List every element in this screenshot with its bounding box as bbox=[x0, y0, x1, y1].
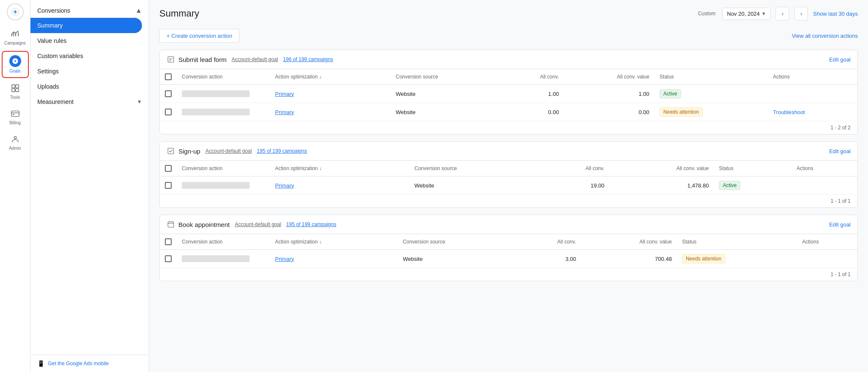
sidebar-item-billing[interactable]: Billing bbox=[2, 105, 29, 129]
sidebar-item-value-rules[interactable]: Value rules bbox=[31, 33, 142, 48]
conversion-source: Website bbox=[396, 109, 416, 115]
sidebar-header: Conversions ▲ bbox=[31, 0, 149, 18]
sidebar-measurement-label: Measurement bbox=[37, 98, 74, 105]
sidebar-item-campaigns[interactable]: Campaigns bbox=[2, 25, 29, 49]
conversion-source: Website bbox=[415, 182, 434, 189]
admin-label: Admin bbox=[9, 146, 21, 151]
sort-icon-1[interactable]: ↓ bbox=[319, 165, 322, 171]
col-conversion-action-0: Conversion action bbox=[177, 69, 270, 85]
view-all-link[interactable]: View all conversion actions bbox=[792, 33, 858, 39]
sidebar-custom-variables-label: Custom variables bbox=[37, 53, 83, 59]
card-title-area: Book appointment Account-default goal 19… bbox=[167, 220, 336, 229]
sort-icon-2[interactable]: ↓ bbox=[319, 239, 322, 245]
admin-icon bbox=[10, 134, 20, 144]
col-status-label-1: Status bbox=[719, 165, 733, 171]
table-submit-lead-form: Conversion action Action optimization ↓ … bbox=[160, 69, 857, 121]
col-all-conv-label-0: All conv. bbox=[540, 74, 559, 80]
card-goal-label[interactable]: Account-default goal bbox=[231, 56, 278, 62]
col-status-0: Status bbox=[654, 69, 768, 85]
edit-goal-link-0[interactable]: Edit goal bbox=[829, 56, 851, 63]
svg-rect-3 bbox=[11, 85, 14, 88]
next-date-button[interactable]: › bbox=[794, 7, 808, 20]
col-conv-source-label-0: Conversion source bbox=[396, 74, 438, 80]
date-picker[interactable]: Nov 20, 2024 ▼ bbox=[722, 8, 771, 20]
card-goal-label[interactable]: Account-default goal bbox=[235, 221, 281, 227]
edit-goal-link-2[interactable]: Edit goal bbox=[829, 221, 851, 228]
prev-date-button[interactable]: ‹ bbox=[776, 7, 789, 20]
show-last-link[interactable]: Show last 30 days bbox=[813, 11, 858, 17]
sign-up-icon bbox=[167, 147, 175, 155]
col-all-conv-label-1: All conv. bbox=[586, 165, 604, 171]
col-conversion-action-1: Conversion action bbox=[177, 161, 270, 176]
sidebar-item-admin[interactable]: Admin bbox=[2, 131, 29, 154]
submit-lead-form-icon bbox=[167, 55, 175, 64]
conversion-source: Website bbox=[396, 91, 416, 97]
select-all-checkbox-0[interactable] bbox=[165, 73, 172, 80]
sidebar-item-custom-variables[interactable]: Custom variables bbox=[31, 48, 142, 64]
card-book-appointment: Book appointment Account-default goal 19… bbox=[159, 215, 858, 281]
optimization-link[interactable]: Primary bbox=[275, 109, 294, 115]
row-checkbox[interactable] bbox=[165, 255, 172, 262]
svg-rect-6 bbox=[15, 89, 18, 92]
col-action-opt-label-1: Action optimization bbox=[275, 165, 318, 171]
date-range-label: Custom bbox=[698, 11, 715, 17]
sidebar-item-goals[interactable]: Goals bbox=[2, 51, 29, 78]
card-campaigns[interactable]: 195 of 199 campaigns bbox=[257, 148, 307, 154]
sidebar-item-uploads[interactable]: Uploads bbox=[31, 79, 142, 94]
all-conv-value-amount: 0.00 bbox=[639, 109, 649, 115]
card-footer-1: 1 - 1 of 1 bbox=[160, 194, 857, 207]
svg-point-10 bbox=[14, 137, 17, 139]
row-checkbox[interactable] bbox=[165, 182, 172, 189]
create-conversion-button[interactable]: + Create conversion action bbox=[159, 29, 239, 43]
sidebar-item-summary[interactable]: Summary bbox=[31, 18, 142, 33]
sidebar-mobile-link[interactable]: 📱 Get the Google Ads mobile bbox=[31, 355, 149, 372]
select-all-checkbox-2[interactable] bbox=[165, 238, 172, 245]
col-conv-source-label-1: Conversion source bbox=[415, 165, 457, 171]
col-action-opt-2: Action optimization ↓ bbox=[270, 234, 398, 250]
select-all-checkbox-1[interactable] bbox=[165, 165, 172, 172]
col-conv-action-label-2: Conversion action bbox=[182, 239, 223, 245]
main-content: Summary Custom Nov 20, 2024 ▼ ‹ › Show l… bbox=[149, 0, 868, 372]
col-all-conv-1: All conv. bbox=[538, 161, 609, 176]
col-actions-label-2: Actions bbox=[802, 239, 819, 245]
optimization-link[interactable]: Primary bbox=[275, 256, 294, 262]
card-submit-lead-form: Submit lead form Account-default goal 19… bbox=[159, 50, 858, 134]
troubleshoot-link[interactable]: Troubleshoot bbox=[773, 109, 805, 115]
sidebar-item-settings[interactable]: Settings bbox=[31, 64, 142, 79]
sidebar-settings-label: Settings bbox=[37, 68, 59, 75]
col-actions-label-1: Actions bbox=[797, 165, 813, 171]
all-conv-value: 1.00 bbox=[548, 91, 559, 97]
sidebar-chevron-icon[interactable]: ▲ bbox=[135, 7, 142, 14]
col-actions-2: Actions bbox=[797, 234, 857, 250]
sort-icon-0[interactable]: ↓ bbox=[319, 74, 322, 80]
row-checkbox[interactable] bbox=[165, 90, 172, 97]
card-campaigns[interactable]: 195 of 199 campaigns bbox=[286, 221, 336, 227]
sidebar-section-measurement[interactable]: Measurement ▼ bbox=[31, 94, 149, 109]
card-campaigns[interactable]: 196 of 199 campaigns bbox=[283, 56, 333, 62]
edit-goal-link-1[interactable]: Edit goal bbox=[829, 148, 851, 154]
optimization-link[interactable]: Primary bbox=[275, 91, 294, 97]
col-conv-action-label-0: Conversion action bbox=[182, 74, 223, 80]
svg-rect-9 bbox=[12, 114, 14, 115]
col-conv-source-1: Conversion source bbox=[409, 161, 538, 176]
sidebar-item-tools[interactable]: Tools bbox=[2, 80, 29, 103]
left-navigation: Campaigns Goals Tools Bill bbox=[0, 0, 31, 372]
card-goal-label[interactable]: Account-default goal bbox=[206, 148, 252, 154]
svg-rect-7 bbox=[11, 111, 19, 117]
optimization-link[interactable]: Primary bbox=[275, 182, 294, 189]
col-all-conv-value-label-1: All conv. value bbox=[676, 165, 709, 171]
col-conv-source-label-2: Conversion source bbox=[403, 239, 445, 245]
row-checkbox[interactable] bbox=[165, 109, 172, 115]
col-all-conv-value-label-0: All conv. value bbox=[617, 74, 649, 80]
create-button[interactable] bbox=[7, 3, 24, 20]
col-conv-source-2: Conversion source bbox=[398, 234, 516, 250]
col-status-label-0: Status bbox=[659, 74, 674, 80]
col-conv-action-label-1: Conversion action bbox=[182, 165, 223, 171]
mobile-label: Get the Google Ads mobile bbox=[48, 361, 108, 366]
card-footer-0: 1 - 2 of 2 bbox=[160, 121, 857, 134]
main-header: Summary Custom Nov 20, 2024 ▼ ‹ › Show l… bbox=[149, 0, 868, 25]
svg-rect-15 bbox=[168, 148, 174, 154]
goals-icon bbox=[9, 55, 21, 67]
card-title-area: Sign-up Account-default goal 195 of 199 … bbox=[167, 147, 307, 155]
conversion-source: Website bbox=[403, 256, 423, 262]
